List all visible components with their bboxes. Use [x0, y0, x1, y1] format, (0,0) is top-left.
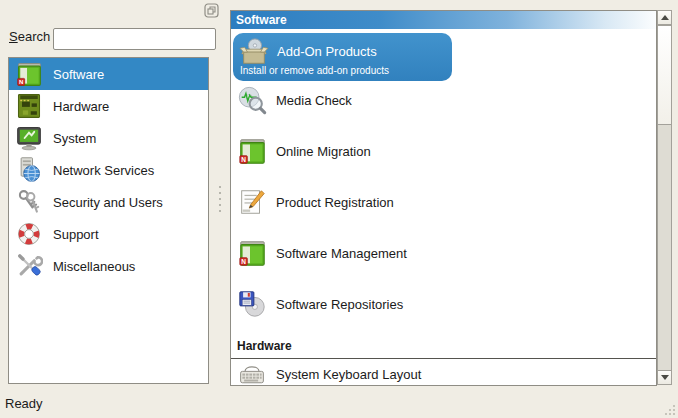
sidebar-item-support[interactable]: Support: [9, 218, 208, 250]
restore-window-button[interactable]: [204, 3, 219, 18]
module-item-online-migration[interactable]: N Online Migration: [231, 131, 656, 171]
sidebar-item-label: Security and Users: [53, 195, 163, 210]
svg-text:N: N: [19, 78, 23, 85]
system-monitor-icon: [15, 124, 43, 152]
support-lifebuoy-icon: [15, 220, 43, 248]
search-label: Search: [9, 29, 50, 44]
sidebar-item-security-and-users[interactable]: Security and Users: [9, 186, 208, 218]
scroll-down-button[interactable]: [658, 370, 671, 384]
security-keys-icon: [15, 188, 43, 216]
status-text: Ready: [5, 396, 43, 411]
keyboard-icon: [237, 359, 267, 386]
product-registration-icon: [237, 187, 267, 217]
module-title: Add-On Products: [277, 44, 377, 59]
sidebar-item-label: Hardware: [53, 99, 109, 114]
module-item-system-keyboard-layout[interactable]: System Keyboard Layout: [231, 357, 656, 386]
floppy-cd-icon: [237, 289, 267, 319]
section-header-hardware: Hardware: [231, 339, 656, 359]
sidebar-item-label: Network Services: [53, 163, 154, 178]
resize-grip[interactable]: [661, 401, 677, 417]
sidebar-item-label: Software: [53, 67, 104, 82]
hardware-board-icon: [15, 92, 43, 120]
panel-splitter-handle[interactable]: [217, 186, 223, 212]
software-package-icon: N: [237, 136, 267, 166]
addon-box-cd-icon: [239, 37, 269, 67]
sidebar-item-hardware[interactable]: Hardware: [9, 90, 208, 122]
sidebar-item-network-services[interactable]: Network Services: [9, 154, 208, 186]
network-globe-icon: [15, 156, 43, 184]
misc-tools-icon: [15, 252, 43, 280]
module-title: Software Repositories: [276, 297, 403, 312]
module-panel: Software Add-On Products Install or remo…: [230, 10, 657, 386]
vertical-scrollbar[interactable]: [657, 10, 672, 385]
scroll-up-button[interactable]: [658, 11, 671, 25]
restore-window-icon: [204, 4, 219, 21]
sidebar-item-system[interactable]: System: [9, 122, 208, 154]
module-item-add-on-products[interactable]: Add-On Products Install or remove add-on…: [233, 33, 452, 81]
software-package-icon: N: [237, 238, 267, 268]
sidebar-item-software[interactable]: N Software: [9, 58, 208, 90]
software-package-icon: N: [15, 60, 43, 88]
module-title: System Keyboard Layout: [276, 367, 421, 382]
sidebar-item-miscellaneous[interactable]: Miscellaneous: [9, 250, 208, 282]
module-title: Media Check: [276, 93, 352, 108]
module-title: Product Registration: [276, 195, 394, 210]
triangle-down-icon: [661, 375, 669, 380]
triangle-up-icon: [661, 15, 669, 20]
section-header-software: Software: [231, 11, 656, 29]
search-label-accel: S: [9, 29, 18, 44]
category-list: N Software Hardware: [8, 57, 209, 384]
module-item-software-repositories[interactable]: Software Repositories: [231, 284, 656, 324]
module-item-product-registration[interactable]: Product Registration: [231, 182, 656, 222]
module-title: Software Management: [276, 246, 407, 261]
search-input[interactable]: [53, 28, 216, 50]
module-item-software-management[interactable]: N Software Management: [231, 233, 656, 273]
module-title: Online Migration: [276, 144, 371, 159]
media-check-icon: [237, 85, 267, 115]
module-subtitle: Install or remove add-on products: [240, 65, 389, 76]
sidebar-item-label: System: [53, 131, 96, 146]
svg-text:N: N: [241, 156, 246, 163]
scrollbar-thumb[interactable]: [658, 25, 671, 125]
sidebar-item-label: Miscellaneous: [53, 259, 135, 274]
module-item-media-check[interactable]: Media Check: [231, 80, 656, 120]
svg-text:N: N: [241, 258, 246, 265]
yast-control-center-window: { "titlebar": { "restore_icon": "restore…: [0, 0, 678, 418]
search-label-rest: earch: [18, 29, 51, 44]
sidebar-item-label: Support: [53, 227, 99, 242]
